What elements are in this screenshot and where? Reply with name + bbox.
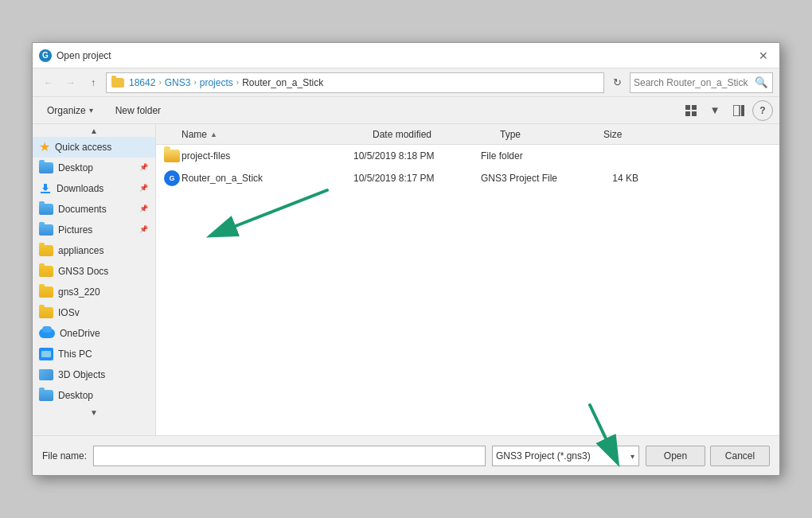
title-bar-left: G Open project bbox=[39, 49, 111, 62]
sidebar: ▲ ★ Quick access Desktop 📌 Do bbox=[33, 124, 156, 435]
search-box: 🔍 bbox=[630, 72, 773, 93]
forward-button[interactable]: → bbox=[61, 73, 80, 92]
svg-rect-0 bbox=[685, 105, 690, 110]
sidebar-item-pictures[interactable]: Pictures 📌 bbox=[33, 220, 155, 240]
svg-rect-6 bbox=[41, 192, 50, 193]
folder-blue-icon bbox=[39, 224, 53, 236]
sidebar-item-desktop2[interactable]: Desktop bbox=[33, 385, 155, 406]
new-folder-label: New folder bbox=[115, 105, 161, 116]
up-button[interactable]: ↑ bbox=[84, 73, 103, 92]
sidebar-item-label: Desktop bbox=[58, 390, 149, 401]
back-button[interactable]: ← bbox=[39, 73, 58, 92]
sidebar-scroll-down[interactable]: ▼ bbox=[33, 406, 155, 419]
pin-icon: 📌 bbox=[139, 225, 149, 235]
pin-icon: 📌 bbox=[139, 163, 149, 173]
svg-rect-5 bbox=[741, 105, 744, 116]
3dobjects-icon bbox=[39, 369, 53, 380]
help-button[interactable]: ? bbox=[752, 100, 773, 121]
refresh-button[interactable]: ↻ bbox=[607, 73, 627, 92]
main-area: ▲ ★ Quick access Desktop 📌 Do bbox=[33, 124, 779, 435]
search-button[interactable]: 🔍 bbox=[753, 75, 769, 91]
table-row[interactable]: G Router_on_a_Stick 10/5/2019 8:17 PM GN… bbox=[156, 167, 779, 189]
preview-button[interactable] bbox=[728, 100, 749, 121]
file-date: 10/5/2019 8:18 PM bbox=[353, 150, 481, 162]
toolbar: Organize ▾ New folder ▼ ? bbox=[33, 97, 779, 124]
sidebar-item-label: Desktop bbox=[58, 162, 135, 173]
file-icon-wrapper bbox=[162, 150, 182, 162]
sidebar-item-thispc[interactable]: This PC bbox=[33, 344, 155, 364]
table-row[interactable]: project-files 10/5/2019 8:18 PM File fol… bbox=[156, 145, 779, 167]
sidebar-item-label: 3D Objects bbox=[58, 369, 149, 380]
folder-icon bbox=[39, 307, 53, 318]
breadcrumb-current: Router_on_a_Stick bbox=[242, 77, 323, 88]
dialog-title: Open project bbox=[57, 50, 111, 61]
sidebar-item-3d-objects[interactable]: 3D Objects bbox=[33, 364, 155, 385]
sidebar-item-gns3-220[interactable]: gns3_220 bbox=[33, 282, 155, 302]
sidebar-item-downloads[interactable]: Downloads 📌 bbox=[33, 178, 155, 199]
sidebar-item-iosv[interactable]: IOSv bbox=[33, 302, 155, 323]
folder-blue-icon bbox=[39, 204, 53, 215]
column-date[interactable]: Date modified bbox=[373, 129, 500, 140]
sidebar-item-label: GNS3 Docs bbox=[58, 266, 149, 277]
sidebar-item-label: Documents bbox=[58, 204, 135, 215]
sidebar-item-quick-access[interactable]: ★ Quick access bbox=[33, 137, 155, 158]
column-type[interactable]: Type bbox=[500, 129, 603, 140]
sidebar-item-gns3-docs[interactable]: GNS3 Docs bbox=[33, 261, 155, 282]
open-project-dialog: G Open project ✕ ← → ↑ 18642 › GNS3 › pr… bbox=[32, 42, 780, 476]
sidebar-item-label: Downloads bbox=[57, 183, 135, 194]
file-name: Router_on_a_Stick bbox=[182, 173, 353, 184]
sidebar-item-label: This PC bbox=[58, 349, 149, 360]
onedrive-icon bbox=[39, 329, 55, 338]
folder-icon bbox=[39, 245, 53, 256]
file-size: 14 KB bbox=[584, 173, 648, 184]
download-icon bbox=[39, 182, 52, 195]
svg-marker-9 bbox=[42, 188, 49, 191]
open-button[interactable]: Open bbox=[646, 446, 705, 466]
breadcrumb-projects[interactable]: projects bbox=[200, 77, 233, 88]
svg-rect-4 bbox=[733, 105, 740, 116]
title-bar: G Open project ✕ bbox=[33, 43, 779, 68]
organize-button[interactable]: Organize ▾ bbox=[39, 100, 101, 121]
file-type-select-wrapper: GNS3 Project (*.gns3) bbox=[492, 446, 639, 466]
app-icon: G bbox=[39, 49, 52, 62]
svg-rect-2 bbox=[685, 111, 690, 116]
file-date: 10/5/2019 8:17 PM bbox=[353, 173, 481, 184]
folder-icon bbox=[111, 78, 124, 88]
address-bar: ← → ↑ 18642 › GNS3 › projects › Router_o… bbox=[33, 68, 779, 97]
sidebar-scroll-up[interactable]: ▲ bbox=[33, 124, 155, 137]
close-button[interactable]: ✕ bbox=[754, 46, 773, 65]
sidebar-item-desktop[interactable]: Desktop 📌 bbox=[33, 158, 155, 178]
view-dropdown-button[interactable]: ▼ bbox=[705, 100, 725, 121]
organize-label: Organize bbox=[47, 105, 86, 116]
action-buttons: Open Cancel bbox=[646, 446, 770, 466]
organize-dropdown-icon: ▾ bbox=[89, 106, 93, 115]
file-type: File folder bbox=[481, 150, 584, 162]
search-input[interactable] bbox=[634, 77, 753, 88]
new-folder-button[interactable]: New folder bbox=[107, 100, 169, 121]
quick-access-icon: ★ bbox=[39, 141, 50, 154]
thispc-icon bbox=[39, 348, 53, 360]
file-list: Name ▲ Date modified Type Size project bbox=[156, 124, 779, 435]
breadcrumb-18642[interactable]: 18642 bbox=[129, 77, 155, 88]
file-name: project-files bbox=[182, 150, 353, 162]
gns3-file-icon: G bbox=[164, 170, 180, 186]
sidebar-item-documents[interactable]: Documents 📌 bbox=[33, 199, 155, 220]
sidebar-item-onedrive[interactable]: OneDrive bbox=[33, 323, 155, 344]
bottom-bar: File name: GNS3 Project (*.gns3) Open Ca… bbox=[33, 435, 779, 475]
column-name[interactable]: Name ▲ bbox=[182, 129, 373, 140]
folder-yellow-icon bbox=[164, 150, 180, 162]
grid-view-icon bbox=[685, 105, 697, 116]
file-list-header: Name ▲ Date modified Type Size bbox=[156, 124, 779, 145]
column-size[interactable]: Size bbox=[603, 129, 667, 140]
file-type-select[interactable]: GNS3 Project (*.gns3) bbox=[492, 446, 639, 466]
svg-rect-1 bbox=[692, 105, 697, 110]
sidebar-item-appliances[interactable]: appliances bbox=[33, 240, 155, 261]
file-name-label: File name: bbox=[42, 450, 87, 462]
cancel-button[interactable]: Cancel bbox=[710, 446, 770, 466]
folder-icon bbox=[39, 266, 53, 277]
sidebar-item-label: IOSv bbox=[58, 307, 149, 318]
sidebar-item-label: gns3_220 bbox=[58, 286, 149, 298]
file-name-input[interactable] bbox=[93, 446, 486, 466]
breadcrumb-gns3[interactable]: GNS3 bbox=[165, 77, 191, 88]
view-grid-button[interactable] bbox=[681, 100, 701, 121]
